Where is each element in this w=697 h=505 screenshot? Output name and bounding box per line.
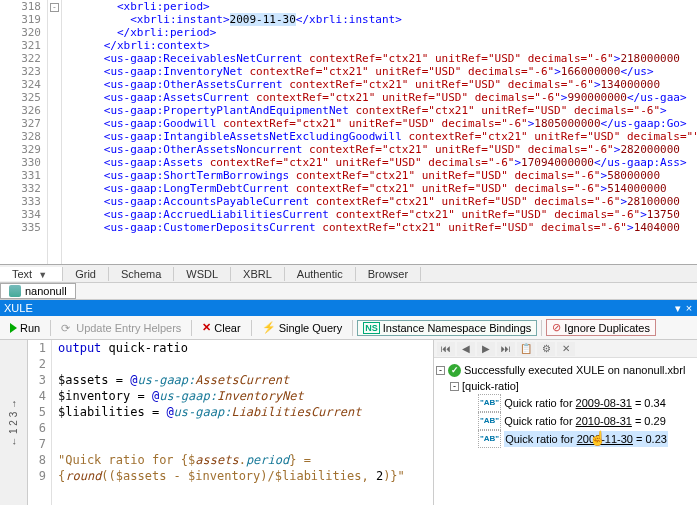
- main-xml-editor[interactable]: 3183193203213223233243253263273283293303…: [0, 0, 697, 264]
- xule-code-editor[interactable]: 123456789 output quick-ratio $assets = @…: [28, 340, 434, 505]
- tab-grid[interactable]: Grid: [63, 267, 109, 281]
- tab-schema[interactable]: Schema: [109, 267, 174, 281]
- file-icon: [9, 285, 21, 297]
- tab-text[interactable]: Text ▼: [0, 267, 63, 281]
- run-button[interactable]: Run: [4, 320, 46, 336]
- refresh-icon: ⟳: [61, 322, 73, 334]
- xule-results-pane: ⏮ ◀ ▶ ⏭ 📋 ⚙ ✕ - ✓ Successfully executed …: [434, 340, 697, 505]
- xule-panel-header: XULE ▾ ×: [0, 300, 697, 316]
- file-tab-nanonull[interactable]: nanonull: [0, 283, 76, 299]
- nav-last-icon[interactable]: ⏭: [497, 342, 515, 356]
- xule-line-gutter: 123456789: [28, 340, 52, 505]
- line-gutter: 3183193203213223233243253263273283293303…: [0, 0, 48, 264]
- ns-icon: NS: [363, 322, 380, 334]
- copy-icon[interactable]: 📋: [517, 342, 535, 356]
- xule-title: XULE: [4, 302, 675, 314]
- editor-view-tabs: Text ▼ Grid Schema WSDL XBRL Authentic B…: [0, 264, 697, 282]
- results-toolbar: ⏮ ◀ ▶ ⏭ 📋 ⚙ ✕: [434, 340, 697, 358]
- side-strip[interactable]: ← 1 2 3 →: [0, 340, 28, 505]
- chevron-down-icon[interactable]: ▼: [35, 270, 50, 280]
- filter-icon[interactable]: ⚙: [537, 342, 555, 356]
- xule-toolbar: Run ⟳Update Entry Helpers ✕Clear ⚡Single…: [0, 316, 697, 340]
- lightning-icon: ⚡: [262, 321, 276, 334]
- clear-results-icon[interactable]: ✕: [557, 342, 575, 356]
- xule-code-area[interactable]: output quick-ratio $assets = @us-gaap:As…: [52, 340, 433, 505]
- namespace-bindings-button[interactable]: NSInstance Namespace Bindings: [357, 320, 537, 336]
- tab-authentic[interactable]: Authentic: [285, 267, 356, 281]
- ignore-duplicates-button[interactable]: ⊘Ignore Duplicates: [546, 319, 656, 336]
- clear-button[interactable]: ✕Clear: [196, 319, 246, 336]
- update-entry-helpers-button[interactable]: ⟳Update Entry Helpers: [55, 320, 187, 336]
- tab-xbrl[interactable]: XBRL: [231, 267, 285, 281]
- results-tree[interactable]: - ✓ Successfully executed XULE on nanonu…: [434, 358, 697, 505]
- file-tabs: nanonull: [0, 282, 697, 300]
- nav-next-icon[interactable]: ▶: [477, 342, 495, 356]
- cancel-icon: ⊘: [552, 321, 561, 334]
- x-icon: ✕: [202, 321, 211, 334]
- tab-wsdl[interactable]: WSDL: [174, 267, 231, 281]
- cursor-hand-icon: ☝: [589, 430, 606, 446]
- close-icon[interactable]: ×: [681, 302, 697, 314]
- nav-prev-icon[interactable]: ◀: [457, 342, 475, 356]
- play-icon: [10, 323, 17, 333]
- code-area[interactable]: <xbrli:period> <xbrli:instant>2009-11-30…: [62, 0, 697, 264]
- single-query-button[interactable]: ⚡Single Query: [256, 319, 349, 336]
- nav-first-icon[interactable]: ⏮: [437, 342, 455, 356]
- tab-browser[interactable]: Browser: [356, 267, 421, 281]
- fold-column[interactable]: -: [48, 0, 62, 264]
